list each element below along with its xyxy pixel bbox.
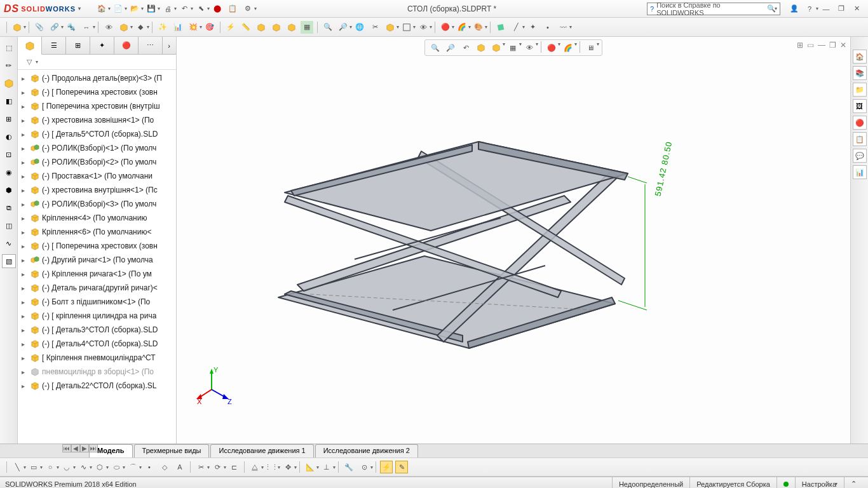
- mate-icon[interactable]: 📎: [33, 21, 46, 34]
- settings-icon[interactable]: ⚙: [241, 3, 254, 15]
- undo-icon[interactable]: ↶: [178, 3, 191, 15]
- tree-node[interactable]: ▸(-) Продольна деталь(верх)<3> (П: [18, 71, 176, 85]
- expand-icon[interactable]: ▸: [22, 271, 28, 278]
- line-icon[interactable]: ╲: [11, 461, 24, 473]
- dropdown-icon[interactable]: ▾: [158, 6, 160, 11]
- tab-3dviews[interactable]: Трехмерные виды: [134, 444, 210, 458]
- tree-node[interactable]: ▸(-) РОЛИК(Взборі)<3> (По умолч: [18, 197, 176, 211]
- tree-node[interactable]: ▸(-) [ Деталь5^СТОЛ (сборка).SLD: [18, 127, 176, 141]
- new-motion-icon[interactable]: ✨: [156, 21, 169, 34]
- expand-icon[interactable]: ▸: [22, 383, 28, 390]
- tab-icon[interactable]: ∿: [2, 236, 16, 250]
- zoom-fit-icon[interactable]: 🔍: [429, 41, 442, 54]
- tree-node[interactable]: ▸пневмоцилiндр в зборці<1> (По: [18, 365, 176, 379]
- interference-icon[interactable]: ⚡: [224, 21, 237, 34]
- expand-icon[interactable]: ▸: [22, 327, 28, 334]
- dropdown-icon[interactable]: ▾: [191, 6, 193, 11]
- vp-layout-icon[interactable]: ⊞: [797, 41, 803, 50]
- dropdown-icon[interactable]: ▾: [174, 6, 177, 11]
- tree-node[interactable]: ▸(-) [ Деталь4^СТОЛ (сборка).SLD: [18, 337, 176, 351]
- assembly-features-icon[interactable]: [118, 21, 130, 34]
- render-icon[interactable]: 🖥: [584, 41, 597, 54]
- design-library-icon[interactable]: 📚: [853, 66, 867, 80]
- dimxpert-tab[interactable]: ✦: [90, 37, 114, 54]
- exploded-view-icon[interactable]: 💥: [187, 21, 200, 34]
- expand-icon[interactable]: ▸: [22, 355, 28, 362]
- expand-icon[interactable]: ▸: [22, 159, 28, 166]
- tree-node[interactable]: ▸(-) Другий ричаг<1> (По умолча: [18, 253, 176, 267]
- expand-icon[interactable]: ▸: [22, 201, 28, 208]
- assembly-visual-icon[interactable]: ▦: [301, 21, 313, 34]
- tree-node[interactable]: ▸(-) Кріплення ричага<1> (По ум: [18, 267, 176, 281]
- tree-node[interactable]: ▸(-) [ Поперечина хрестових (зовн: [18, 85, 176, 99]
- expand-icon[interactable]: ▸: [22, 299, 28, 306]
- forum-icon[interactable]: 💬: [853, 149, 867, 163]
- tree-node[interactable]: ▸(-) РОЛИК(Взборі)<1> (По умолч: [18, 141, 176, 155]
- status-custom[interactable]: Настройка ▾: [795, 477, 844, 488]
- tab-nav-last[interactable]: ⏭: [89, 444, 98, 452]
- edit-appearance-icon[interactable]: 🔴: [439, 21, 452, 34]
- app-logo[interactable]: DS SOLIDWORKS ▾: [4, 3, 81, 15]
- expand-icon[interactable]: ▸: [22, 215, 28, 222]
- smart-fasteners-icon[interactable]: 🔩: [65, 21, 78, 34]
- scene-icon[interactable]: 🌈: [562, 41, 574, 54]
- tree-node[interactable]: ▸(-) Болт з підшипником<1> (По: [18, 295, 176, 309]
- mirror-icon[interactable]: ⧋: [248, 461, 261, 473]
- coord-icon[interactable]: ✦: [526, 21, 539, 34]
- tab-icon[interactable]: ⊡: [2, 147, 16, 161]
- apply-scene-icon[interactable]: 🌈: [456, 21, 468, 34]
- appearance-icon[interactable]: 🔴: [545, 41, 558, 54]
- prev-view-icon[interactable]: ↶: [459, 41, 472, 54]
- dimension-icon[interactable]: 📐: [304, 461, 316, 473]
- clearance-icon[interactable]: 📏: [240, 21, 252, 34]
- relation-icon[interactable]: ⊥: [320, 461, 333, 473]
- show-hidden-icon[interactable]: 👁: [102, 21, 115, 34]
- plane-icon[interactable]: [494, 21, 507, 34]
- help-search-input[interactable]: ? Поиск в Справке по SOLIDWORKS 🔍▾: [647, 3, 780, 15]
- corner-rect-icon[interactable]: ▭: [27, 461, 40, 473]
- expand-icon[interactable]: ▸: [22, 313, 28, 320]
- dropdown-icon[interactable]: ▾: [125, 6, 127, 11]
- expand-icon[interactable]: ▸: [22, 117, 28, 124]
- move-icon[interactable]: ✥: [281, 461, 294, 473]
- tree-node[interactable]: ▸[ Кріплення пневмоцилiндра^СТ: [18, 351, 176, 365]
- tree-node[interactable]: ▸(-) [ Деталь22^СТОЛ (сборка).SL: [18, 379, 176, 393]
- dropdown-icon[interactable]: ▾: [816, 6, 818, 11]
- view-settings-icon[interactable]: 🎨: [472, 21, 485, 34]
- open-icon[interactable]: 📂: [128, 3, 141, 15]
- tab-icon[interactable]: ◐: [2, 130, 16, 144]
- close-button[interactable]: ✕: [850, 3, 863, 15]
- view-orientation-icon[interactable]: [384, 21, 397, 34]
- text-icon[interactable]: A: [173, 461, 186, 473]
- tab-icon[interactable]: ▧: [2, 254, 16, 268]
- expand-icon[interactable]: ▸: [22, 229, 28, 236]
- hide-show-icon[interactable]: 👁: [417, 21, 430, 34]
- user-icon[interactable]: 👤: [788, 3, 801, 15]
- file-explorer-icon[interactable]: 📁: [853, 83, 867, 97]
- tree-node[interactable]: ▸Кріплення<6> (По умолчанию<: [18, 225, 176, 239]
- home-icon[interactable]: 🏠: [95, 3, 108, 15]
- restore-button[interactable]: ❐: [835, 3, 848, 15]
- fillet-icon[interactable]: ⌒: [126, 461, 139, 473]
- config-tab[interactable]: ⊞: [66, 37, 90, 54]
- sim-icon[interactable]: 📊: [853, 165, 867, 179]
- expand-icon[interactable]: ▸: [22, 145, 28, 152]
- insert-component-icon[interactable]: [11, 21, 24, 34]
- expand-icon[interactable]: ▸: [22, 187, 28, 194]
- dropdown-icon[interactable]: ▾: [141, 6, 144, 11]
- expand-icon[interactable]: ▸: [22, 369, 28, 376]
- plane-icon[interactable]: ◇: [158, 461, 171, 473]
- expand-icon[interactable]: ▸: [22, 285, 28, 292]
- zoom-window-icon[interactable]: 🔎: [444, 41, 457, 54]
- view-orient-icon[interactable]: [490, 41, 503, 54]
- tree-node[interactable]: ▸(-) [ кріплення цилиндра на рича: [18, 309, 176, 323]
- assembly-tab-icon[interactable]: ◧: [2, 94, 16, 108]
- repair-icon[interactable]: 🔧: [342, 461, 355, 473]
- tree-node[interactable]: ▸(-) [ Поперечина хрестових (зовн: [18, 239, 176, 253]
- expand-icon[interactable]: ▸: [22, 131, 28, 138]
- move-component-icon[interactable]: ↔: [80, 21, 93, 34]
- feature-tree-tab[interactable]: [18, 37, 42, 55]
- layout-tab-icon[interactable]: ⊞: [2, 112, 16, 126]
- tree-node[interactable]: ▸[ Поперечина хрестовин (внутріш: [18, 99, 176, 113]
- tab-icon[interactable]: ◫: [2, 219, 16, 233]
